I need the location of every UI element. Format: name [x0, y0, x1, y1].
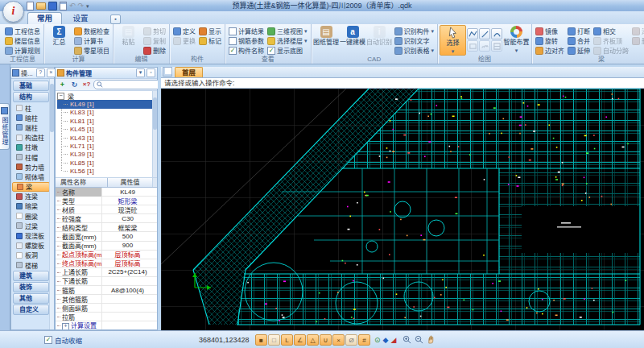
property-name[interactable]: 上通长筋 — [56, 267, 102, 276]
recognize-table-button[interactable]: 识别表格▾ — [394, 46, 436, 55]
recognize-text-button[interactable]: 识别文字 — [394, 36, 436, 45]
smart-layout-button[interactable]: 智能布置▾ — [503, 25, 530, 54]
angle-indicator[interactable]: ◢ — [390, 334, 396, 346]
tree-scrollbar[interactable] — [152, 91, 157, 177]
pan-hand-icon[interactable] — [426, 335, 436, 345]
nav-section-foundation[interactable]: 基础 — [13, 81, 49, 91]
property-name[interactable]: 下通长筋 — [56, 276, 102, 285]
help-icon[interactable]: ? — [36, 68, 45, 77]
tree-root-item[interactable]: −梁 — [57, 92, 152, 100]
expand-icon[interactable]: + — [62, 323, 69, 329]
drawing-manager-button[interactable]: ▤图纸管理 — [313, 25, 340, 46]
floor-tab-first[interactable]: 首层 — [175, 67, 203, 77]
zoom-out-icon[interactable] — [414, 335, 423, 345]
nav-item-cast-slab[interactable]: 现浇板 — [12, 230, 50, 240]
status-toggle-ortho[interactable]: L — [281, 334, 293, 346]
calc-report-button[interactable]: 计算书 — [73, 36, 110, 45]
drawing-manager-vertical-tab[interactable]: 图纸管理 — [0, 103, 10, 150]
property-value[interactable]: C30 — [102, 215, 153, 222]
nav-section-architecture[interactable]: 建筑 — [13, 271, 49, 281]
property-name[interactable]: 终点顶标高(m) — [56, 259, 102, 267]
nav-section-decoration[interactable]: 装饰 — [13, 282, 49, 292]
property-name[interactable]: 砼强度 — [56, 214, 102, 223]
nav-item-coupling-beam[interactable]: 连梁 — [12, 192, 50, 201]
mark-button[interactable]: 标记 — [198, 36, 222, 45]
status-toggle-otrack[interactable]: ∪ — [320, 334, 332, 346]
break-button[interactable]: 打断 — [567, 27, 591, 35]
status-toggle-lwt[interactable]: Ø — [345, 334, 357, 346]
property-name[interactable]: 材质 — [56, 205, 102, 214]
nav-item-spiral-slab[interactable]: 螺旋板 — [12, 241, 50, 251]
property-name[interactable]: 名称 — [56, 188, 102, 197]
summarize-button[interactable]: Σ汇总 — [46, 25, 72, 46]
auto-collapse-toggle[interactable]: ✓ 自动收缩 — [44, 335, 82, 345]
add-component-button[interactable]: + — [57, 80, 68, 90]
data-check-button[interactable]: 数据检查 — [73, 27, 110, 35]
refresh-button[interactable]: ↻ — [69, 80, 80, 90]
property-value[interactable]: 层顶标高 — [102, 250, 153, 259]
delete-button[interactable]: 删除 — [142, 46, 167, 55]
property-name[interactable]: 其他箍筋 — [56, 295, 102, 304]
cad-canvas[interactable] — [161, 89, 644, 330]
tree-item[interactable]: KL81 [1] — [57, 117, 152, 125]
nav-item-ring-beam[interactable]: 圈梁 — [12, 211, 50, 221]
nav-item-slab-hole[interactable]: 板洞 — [12, 251, 50, 260]
save-icon[interactable] — [48, 2, 57, 10]
window-list-icon[interactable] — [163, 67, 172, 77]
delete-component-button[interactable]: ×? — [81, 80, 92, 90]
calc-result-button[interactable]: 计算结果 — [228, 27, 265, 35]
edge-align-button[interactable]: 边对齐 — [535, 46, 565, 55]
nav-item-end-column[interactable]: 端柱 — [12, 122, 50, 132]
nav-section-other[interactable]: 其他 — [13, 293, 49, 304]
property-value[interactable]: 框架梁 — [102, 223, 153, 232]
app-logo-button[interactable]: i — [2, 1, 24, 23]
recognize-component-button[interactable]: 识别构件▾ — [394, 27, 436, 35]
show-button[interactable]: 显示 — [198, 27, 222, 35]
property-name[interactable]: 箍筋 — [56, 286, 102, 295]
property-name[interactable]: +计算设置 — [56, 321, 102, 329]
tree-item[interactable]: KL45 [1] — [57, 126, 152, 134]
nav-item-column-pier[interactable]: 柱墩 — [12, 143, 50, 152]
property-name[interactable]: 结构类型 — [56, 223, 102, 232]
rotate-button[interactable]: 旋转 — [535, 36, 565, 45]
open-file-icon[interactable] — [36, 2, 46, 10]
tab-settings[interactable]: 设置 — [64, 13, 97, 24]
status-toggle-osnap[interactable]: △ — [307, 334, 319, 346]
tree-item[interactable]: KL43 [1] — [57, 134, 152, 142]
zoom-in-icon[interactable] — [402, 335, 411, 345]
tree-item[interactable]: KL83 [1] — [57, 109, 152, 117]
misc-items-button[interactable]: 零星项目 — [73, 46, 110, 55]
line-tool[interactable] — [479, 28, 490, 39]
track-indicator[interactable]: ◆ — [383, 334, 389, 346]
qat-menu-icon[interactable]: ▾ — [86, 3, 89, 10]
extend-button[interactable]: 延伸 — [567, 46, 591, 55]
property-value[interactable]: 矩形梁 — [102, 197, 153, 205]
new-file-icon[interactable] — [27, 2, 34, 10]
tree-item[interactable]: KL39 [1] — [57, 151, 152, 159]
nav-section-custom[interactable]: 自定义 — [13, 304, 49, 315]
tree-item[interactable]: KL71 [1] — [57, 142, 152, 150]
property-value[interactable]: 层顶标高 — [102, 259, 153, 267]
nav-item-beam[interactable]: 梁 — [12, 182, 50, 192]
status-toggle-grid[interactable]: □ — [268, 334, 280, 346]
nav-item-shear-wall[interactable]: 剪力墙 — [12, 162, 50, 172]
status-toggle-dyn[interactable]: × — [332, 334, 345, 346]
define-button[interactable]: 定义 — [172, 27, 196, 35]
property-value[interactable]: 900 — [102, 242, 153, 249]
property-name[interactable]: 起点顶标高(m) — [56, 250, 102, 259]
property-name[interactable]: 侧面纵筋 — [56, 304, 102, 313]
status-toggle-snap[interactable]: ■ — [255, 334, 267, 346]
tree-item[interactable]: KL56 [1] — [57, 168, 152, 176]
show-underlay-button[interactable]: ✓显示底图 — [266, 46, 308, 55]
nav-item-column[interactable]: 柱 — [12, 103, 50, 113]
tab-common[interactable]: 常用 — [27, 12, 62, 24]
document-icon[interactable] — [60, 2, 67, 10]
tree-item[interactable]: KL49 [1] — [57, 100, 152, 108]
component-name-button[interactable]: ✓构件名称 — [228, 46, 265, 55]
calc-rules-button[interactable]: 计算规则 — [4, 46, 41, 55]
nav-item-masonry-wall[interactable]: 砌体墙 — [12, 172, 50, 181]
select-floor-button[interactable]: 选择楼层▾ — [266, 36, 308, 45]
polyline-tool[interactable] — [467, 28, 478, 39]
property-value[interactable]: 现浇砼 — [102, 205, 153, 214]
property-value[interactable]: 500 — [102, 233, 153, 240]
